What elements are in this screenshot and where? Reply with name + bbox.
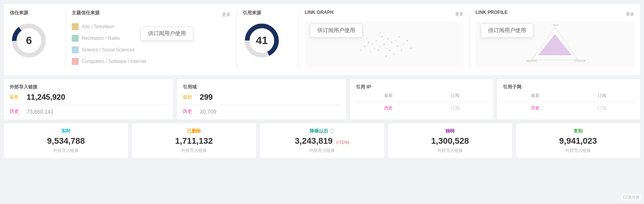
svg-point-22 (403, 44, 404, 45)
ref-ip-subscribe2-label[interactable]: 订阅 (423, 105, 487, 112)
denoised-value: 3,243,819 (295, 136, 333, 146)
deleted-value: 1,711,132 (175, 136, 213, 146)
svg-point-5 (376, 40, 377, 41)
svg-point-12 (395, 40, 396, 41)
referral-source-title: 引用来源 (243, 10, 261, 16)
svg-point-18 (399, 36, 400, 37)
link-graph-title: LINK GRAPH (305, 10, 334, 15)
unique-label: 独特 (445, 128, 455, 134)
topic-label-1: Recreation / Radio (82, 36, 120, 41)
triangle-chart: TOP MARGIN CITATION FLOW (524, 23, 586, 66)
svg-point-16 (370, 52, 371, 53)
ref-ip-card: 引用 IP 最新 订阅 历史 订阅 (350, 79, 493, 119)
ref-ip-divider (356, 102, 487, 102)
ext-links-latest-value: 11,245,920 (27, 93, 167, 102)
svg-point-19 (368, 42, 369, 43)
svg-point-11 (378, 49, 379, 51)
ref-subnet-latest-label: 最新 (503, 93, 568, 99)
svg-point-23 (385, 55, 387, 57)
denoised-label: 降噪以后 (310, 128, 328, 134)
ref-domains-grid: 最新 299 历史 20,709 (183, 93, 341, 115)
svg-point-10 (386, 48, 387, 49)
topic-trust-panel: 主题信任来源 更多 Arts / Television Recreation /… (72, 10, 231, 70)
duplicate-value: 9,941,023 (559, 136, 597, 146)
svg-point-25 (401, 49, 402, 51)
ref-subnet-subscribe-label[interactable]: 订阅 (570, 93, 634, 99)
svg-text:MARGIN: MARGIN (526, 60, 537, 62)
ref-domains-history-label: 历史 (183, 108, 192, 115)
ref-domains-history-value: 20,709 (200, 109, 341, 115)
svg-marker-31 (539, 35, 571, 55)
trust-source-panel: 信任来源 6 (10, 10, 60, 70)
link-graph-panel: LINK GRAPH 更多 (305, 10, 464, 70)
divider-3 (298, 10, 299, 70)
ref-subnet-history-label: 历史 (503, 105, 568, 112)
duplicate-sub: 外部导入链接 (565, 148, 591, 153)
referral-source-donut: 41 (243, 21, 281, 60)
svg-point-13 (381, 36, 383, 37)
ref-subnet-title: 引用子网 (503, 84, 634, 90)
denoised-info-icon[interactable]: ⓘ (330, 128, 334, 134)
realtime-label: 实时 (61, 128, 71, 134)
topic-item-2: Science / Social Sciences (72, 46, 231, 53)
svg-point-6 (387, 38, 389, 39)
ext-links-card: 外部导入链接 最新 11,245,920 历史 73,660,141 (4, 79, 173, 119)
topic-color-1 (72, 35, 79, 42)
topic-trust-subscriber: 供订阅用户使用 (141, 27, 193, 41)
trust-source-title: 信任来源 (10, 10, 28, 16)
topic-label-0: Arts / Television (82, 24, 114, 29)
ref-domains-title: 引用域 (183, 84, 341, 90)
topic-color-2 (72, 46, 79, 53)
svg-point-27 (406, 40, 408, 41)
topic-color-3 (72, 58, 79, 65)
ext-links-history-value: 73,660,141 (27, 109, 167, 115)
unique-sub: 外部导入链接 (437, 148, 463, 153)
link-profile-panel: LINK PROFILE 更多 TOP MARGIN CITATION FLOW… (475, 10, 634, 70)
ref-domains-latest-label: 最新 (183, 94, 192, 100)
trust-source-value: 6 (26, 34, 32, 47)
svg-point-26 (366, 38, 368, 39)
svg-point-7 (380, 46, 381, 47)
ref-subnet-subscribe2-label[interactable]: 订阅 (570, 105, 634, 112)
unique-card: 独特 1,300,528 外部导入链接 (388, 123, 512, 158)
topic-item-3: Computers / Software / Internet (72, 58, 231, 65)
ext-links-title: 外部导入链接 (10, 84, 167, 90)
denoised-badge: (-71%) (336, 140, 349, 144)
ref-ip-subscribe-label[interactable]: 订阅 (423, 93, 487, 99)
ref-subnet-divider (503, 102, 634, 102)
realtime-sub: 外部导入链接 (53, 148, 79, 153)
link-graph-more[interactable]: 更多 (455, 11, 464, 17)
ext-links-divider (10, 105, 167, 105)
link-profile-subscriber: 供订阅用户使用 (481, 24, 533, 37)
ext-links-latest-label: 最新 (10, 94, 19, 100)
deleted-sub: 外部导入链接 (181, 148, 207, 153)
divider-1 (66, 10, 66, 70)
divider-4 (469, 10, 470, 70)
denoised-sub: 外部导入链接 (309, 148, 335, 153)
link-profile-title: LINK PROFILE (475, 10, 507, 15)
ref-domains-card: 引用域 最新 299 历史 20,709 (177, 79, 346, 119)
svg-point-21 (364, 46, 366, 47)
topic-color-0 (72, 23, 79, 30)
svg-point-17 (397, 46, 398, 47)
svg-point-4 (383, 44, 385, 45)
ref-subnet-card: 引用子网 最新 订阅 历史 订阅 (497, 79, 640, 119)
referral-source-panel: 引用来源 41 (243, 10, 293, 70)
link-graph-header: LINK GRAPH 更多 (305, 10, 464, 18)
svg-text:CITATION FLOW: CITATION FLOW (574, 60, 586, 62)
middle-row: 外部导入链接 最新 11,245,920 历史 73,660,141 引用域 最… (4, 79, 640, 119)
top-row: 信任来源 6 主题信任来源 更多 Arts / Television (4, 4, 640, 75)
bottom-row: 实时 9,534,788 外部导入链接 已删除 1,711,132 外部导入链接… (4, 123, 640, 158)
topic-trust-more[interactable]: 更多 (222, 12, 231, 17)
svg-point-29 (410, 48, 412, 49)
topic-trust-title: 主题信任来源 (72, 10, 99, 16)
topic-label-2: Science / Social Sciences (82, 47, 135, 53)
link-profile-more[interactable]: 更多 (626, 11, 634, 17)
link-graph-subscriber: 供订阅用户使用 (310, 24, 362, 37)
svg-point-8 (391, 42, 393, 43)
svg-point-9 (372, 44, 373, 45)
referral-source-value: 41 (256, 34, 268, 47)
realtime-card: 实时 9,534,788 外部导入链接 (4, 123, 128, 158)
deleted-card: 已删除 1,711,132 外部导入链接 (132, 123, 256, 158)
deleted-label: 已删除 (187, 128, 201, 134)
